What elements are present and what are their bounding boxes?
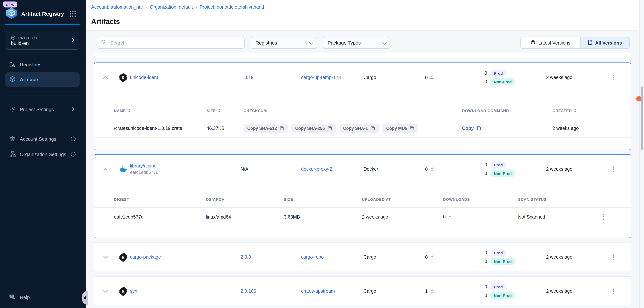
sidebar-item-project-settings[interactable]: Project Settings [0,102,86,117]
project-selector[interactable]: PROJECT build-en [6,31,79,50]
sidebar-item-organization-settings[interactable]: Organization Settings [0,147,86,162]
artifact-version-link[interactable]: 2.0.0 [240,254,251,260]
files-table-header: NAME SIZE CHECKSUM DOWNLOAD COMMAND CR [94,103,631,119]
partial-card-top [94,53,631,58]
prod-count: 0 [483,250,487,255]
kebab-menu-icon[interactable] [610,166,616,173]
scrollbar-thumb[interactable] [640,86,643,150]
help-chat-icon: ? [9,294,16,300]
collapse-left-icon [83,296,86,300]
chevron-up-icon[interactable] [103,167,109,171]
docker-icon [119,165,128,174]
artifact-created: 2 weeks ago [546,288,572,294]
search-input[interactable] [110,40,240,46]
artifact-type: Cargo [364,254,376,260]
document-icon [588,40,592,46]
info-icon [70,136,76,141]
guide-marker-dot[interactable] [636,96,642,101]
artifact-name-link[interactable]: syn [130,288,137,294]
digests-table-header: DIGEST OS/ARCH SIZE UPLOADED AT DOWNLOAD… [94,191,631,208]
all-versions-label: All Versions [595,40,622,46]
sidebar-item-help[interactable]: ? Help [0,290,86,305]
sort-icon [128,109,130,112]
project-selector-value: build-en [11,40,29,46]
chevron-down-icon[interactable] [103,255,109,259]
sidebar-item-registries[interactable]: Registries [0,57,86,72]
package-types-filter-dropdown[interactable]: Package Types [323,37,390,49]
chevron-up-icon[interactable] [103,75,109,80]
artifact-digest-subtitle: eafc1edb577d [130,170,158,175]
sidebar-item-artifacts[interactable]: Artifacts [5,72,80,87]
artifact-type: Cargo [364,75,376,80]
artifact-row: R cargo-package 2.0.0 cargo-repo Cargo 0… [94,242,631,272]
checksum-buttons: Copy SHA-512 Copy SHA-256 Copy SHA-1 [244,124,418,133]
layers-gear-icon [9,136,16,142]
breadcrumb-account-link[interactable]: Account: automation_har [91,5,143,10]
latest-versions-label: Latest Versions [538,40,570,46]
sidebar-footer-divider [0,283,86,283]
digest-link[interactable]: eafc1edb577d [114,214,144,220]
kebab-menu-icon[interactable] [610,254,616,260]
nonprod-badge: Non-Prod [490,292,515,299]
copy-sha512-button[interactable]: Copy SHA-512 [244,124,288,133]
artifact-repository-link[interactable]: cargo-up-temp-123 [301,75,341,80]
module-grid-icon[interactable] [70,11,76,17]
search-box [97,37,245,49]
kebab-menu-icon[interactable] [610,74,616,81]
column-header-digest: DIGEST [114,197,129,201]
latest-versions-button[interactable]: Latest Versions [521,37,580,48]
breadcrumb-separator: › [146,5,147,10]
copy-sha1-button[interactable]: Copy SHA-1 [339,124,379,133]
artifact-name-link[interactable]: cargo-package [130,254,161,260]
artifact-repository-link[interactable]: docker-proxy-2 [301,167,332,172]
app-logo-icon [5,7,18,21]
copy-download-command-button[interactable]: Copy [462,125,481,131]
digest-uploaded-at: 2 weeks ago [362,214,388,220]
prod-badge: Prod [490,162,506,168]
environment-counts: 0 Prod 0 Non-Prod [483,249,515,265]
registries-filter-dropdown[interactable]: Registries [251,37,317,49]
artifact-name-link[interactable]: unicode-ident [130,75,158,80]
artifact-repository-link[interactable]: crates-upstream [301,288,335,294]
breadcrumb-project-link[interactable]: Project: donotdelete-shivanand [200,5,264,10]
artifact-version-link[interactable]: 2.0.106 [240,288,256,294]
copy-icon [370,126,375,130]
column-header-created[interactable]: CREATED [552,108,576,113]
column-header-os-arch: OS/ARCH [206,197,225,201]
project-selector-label: PROJECT [18,36,38,40]
prod-count: 0 [483,71,487,76]
column-header-size: SIZE [284,197,293,201]
prod-count: 0 [483,284,487,289]
digest-scan-status: Not Scanned [518,214,545,220]
kebab-menu-icon[interactable] [610,288,616,294]
chevron-down-icon [309,40,314,45]
artifact-version-link[interactable]: 1.0.19 [240,75,254,80]
digests-table: DIGEST OS/ARCH SIZE UPLOADED AT DOWNLOAD… [94,191,631,226]
downloads-count: 0 [443,214,446,220]
rust-icon: R [119,287,128,296]
artifact-version: N/A [240,167,248,172]
registries-folder-icon [9,61,16,67]
environment-counts: 0 Prod 0 Non-Prod [483,283,515,299]
digest-row: eafc1edb577d linux/amd64 3.63MB 2 weeks … [94,208,631,226]
breadcrumb-organization-link[interactable]: Organization: default [150,5,193,10]
copy-md5-button[interactable]: Copy MD5 [382,124,418,133]
artifact-downloads: 0 [425,75,434,80]
artifact-name-link[interactable]: library/alpine [130,163,158,169]
svg-text:R: R [122,254,125,260]
column-header-size[interactable]: SIZE [206,108,220,113]
copy-sha256-button[interactable]: Copy SHA-256 [292,124,336,133]
all-versions-button[interactable]: All Versions [580,37,630,48]
chevron-right-icon [72,106,74,112]
download-icon [430,288,434,294]
column-header-name[interactable]: NAME [114,108,130,113]
layers-icon [531,40,536,46]
sidebar-item-account-settings[interactable]: Account Settings [0,131,86,146]
artifact-row: library/alpine eafc1edb577d N/A docker-p… [94,155,631,184]
kebab-menu-icon[interactable] [600,214,606,220]
artifacts-cube-icon [9,76,16,83]
chevron-down-icon[interactable] [103,289,109,293]
svg-text:R: R [122,75,125,80]
vertical-scrollbar[interactable] [639,0,644,308]
artifact-repository-link[interactable]: cargo-repo [301,254,324,260]
